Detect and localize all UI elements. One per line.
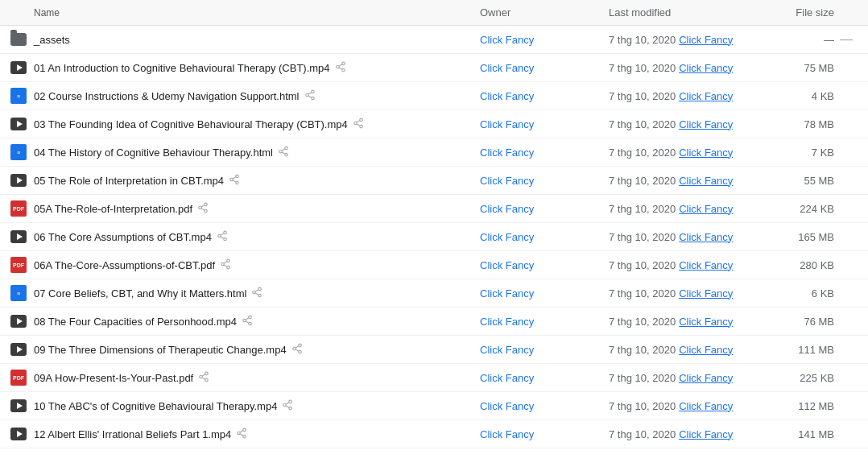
file-owner: Click Fancy bbox=[480, 400, 609, 412]
owner-link[interactable]: Click Fancy bbox=[480, 428, 534, 440]
share-icon[interactable] bbox=[229, 174, 240, 187]
file-name: _assets bbox=[34, 34, 480, 46]
svg-point-0 bbox=[341, 62, 345, 65]
owner-link[interactable]: Click Fancy bbox=[480, 231, 534, 243]
modified-date: 7 thg 10, 2020 bbox=[609, 90, 676, 102]
file-owner: Click Fancy bbox=[480, 90, 609, 102]
video-icon bbox=[10, 59, 27, 76]
share-icon[interactable] bbox=[282, 399, 293, 412]
share-icon[interactable] bbox=[236, 428, 247, 440]
table-row[interactable]: PDF 06A The-Core-Assumptions-of-CBT.pdf … bbox=[0, 251, 868, 279]
owner-link[interactable]: Click Fancy bbox=[480, 400, 534, 412]
table-row[interactable]: ≡ 07 Core Beliefs, CBT, and Why it Matte… bbox=[0, 279, 868, 308]
video-icon bbox=[10, 397, 27, 415]
modified-by-link[interactable]: Click Fancy bbox=[679, 259, 733, 271]
file-size-value: 280 KB bbox=[800, 259, 834, 271]
file-size-value: 55 MB bbox=[804, 175, 834, 187]
table-row[interactable]: 12 Albert Ellis' Irrational Beliefs Part… bbox=[0, 420, 868, 448]
svg-point-45 bbox=[249, 316, 252, 319]
modified-by-link[interactable]: Click Fancy bbox=[679, 62, 733, 74]
table-row[interactable]: 01 An Introduction to Cognitive Behaviou… bbox=[0, 54, 868, 82]
share-icon[interactable] bbox=[335, 61, 346, 74]
owner-link[interactable]: Click Fancy bbox=[480, 287, 534, 300]
modified-date: 7 thg 10, 2020 bbox=[609, 287, 676, 300]
file-name: 09A How-Present-Is-Your-Past.pdf bbox=[34, 371, 480, 384]
share-icon[interactable] bbox=[198, 371, 209, 384]
svg-point-51 bbox=[292, 347, 296, 350]
header-size: File size bbox=[770, 6, 834, 19]
table-row[interactable]: PDF 05A The-Role-of-Interpretation.pdf C… bbox=[0, 195, 868, 223]
share-icon[interactable] bbox=[197, 202, 209, 215]
owner-link[interactable]: Click Fancy bbox=[480, 259, 534, 271]
svg-line-68 bbox=[240, 434, 243, 436]
owner-link[interactable]: Click Fancy bbox=[480, 62, 534, 74]
svg-point-25 bbox=[205, 203, 208, 206]
file-name-text: 09 The Three Dimensions of Therapeutic C… bbox=[34, 344, 287, 356]
file-size-value: 165 MB bbox=[798, 231, 834, 243]
table-row[interactable]: 10 The ABC's of Cognitive Behavioural Th… bbox=[0, 392, 868, 420]
svg-point-55 bbox=[205, 372, 209, 375]
owner-link[interactable]: Click Fancy bbox=[480, 344, 534, 356]
table-row[interactable]: 08 The Four Capacities of Personhood.mp4… bbox=[0, 308, 868, 336]
file-modified: 7 thg 10, 2020 Click Fancy bbox=[609, 203, 770, 215]
share-icon[interactable] bbox=[242, 315, 253, 328]
modified-by-link[interactable]: Click Fancy bbox=[679, 231, 733, 243]
file-size: 6 KB bbox=[770, 287, 834, 300]
table-row[interactable]: _assets Click Fancy 7 thg 10, 2020 Click… bbox=[0, 26, 868, 54]
svg-point-35 bbox=[227, 259, 230, 262]
share-icon[interactable] bbox=[304, 89, 316, 102]
owner-link[interactable]: Click Fancy bbox=[480, 90, 534, 102]
share-icon[interactable] bbox=[278, 146, 289, 159]
share-icon[interactable] bbox=[353, 118, 364, 130]
modified-by-link[interactable]: Click Fancy bbox=[679, 90, 733, 102]
modified-by-link[interactable]: Click Fancy bbox=[679, 147, 733, 159]
modified-date: 7 thg 10, 2020 bbox=[609, 428, 676, 440]
owner-link[interactable]: Click Fancy bbox=[480, 316, 534, 328]
table-row[interactable]: 03 The Founding Idea of Cognitive Behavi… bbox=[0, 110, 868, 138]
modified-by-link[interactable]: Click Fancy bbox=[679, 372, 733, 384]
svg-line-64 bbox=[286, 403, 289, 404]
owner-link[interactable]: Click Fancy bbox=[480, 34, 534, 46]
file-name: 06A The-Core-Assumptions-of-CBT.pdf bbox=[34, 258, 480, 271]
file-rows: _assets Click Fancy 7 thg 10, 2020 Click… bbox=[0, 26, 868, 448]
svg-point-22 bbox=[236, 181, 239, 184]
svg-point-31 bbox=[218, 234, 221, 238]
owner-link[interactable]: Click Fancy bbox=[480, 175, 534, 187]
doc-icon: ≡ bbox=[10, 143, 27, 161]
svg-point-5 bbox=[311, 90, 314, 93]
file-size: 78 MB bbox=[770, 118, 834, 130]
share-icon[interactable] bbox=[291, 343, 303, 356]
svg-point-32 bbox=[224, 238, 227, 241]
table-row[interactable]: 06 The Core Assumptions of CBT.mp4 Click… bbox=[0, 223, 868, 251]
pdf-icon: PDF bbox=[10, 200, 27, 217]
table-row[interactable]: ≡ 02 Course Instructions & Udemy Navigat… bbox=[0, 82, 868, 110]
modified-by-link[interactable]: Click Fancy bbox=[679, 344, 733, 356]
modified-by-link[interactable]: Click Fancy bbox=[679, 34, 733, 46]
owner-link[interactable]: Click Fancy bbox=[480, 118, 534, 130]
share-icon[interactable] bbox=[220, 258, 231, 271]
modified-by-link[interactable]: Click Fancy bbox=[679, 203, 733, 215]
table-row[interactable]: ≡ 04 The History of Cognitive Behaviour … bbox=[0, 138, 868, 167]
svg-point-50 bbox=[298, 344, 301, 347]
modified-date: 7 thg 10, 2020 bbox=[609, 372, 676, 384]
share-icon[interactable] bbox=[251, 287, 262, 300]
table-row[interactable]: PDF 09A How-Present-Is-Your-Past.pdf Cli… bbox=[0, 364, 868, 392]
table-row[interactable]: 05 The Role of Interpretation in CBT.mp4… bbox=[0, 167, 868, 195]
file-actions[interactable]: — bbox=[834, 32, 858, 47]
share-icon[interactable] bbox=[217, 230, 228, 243]
modified-by-link[interactable]: Click Fancy bbox=[679, 316, 733, 328]
modified-by-link[interactable]: Click Fancy bbox=[679, 175, 733, 187]
file-list-container: Name Owner Last modified File size _asse… bbox=[0, 0, 868, 471]
file-name: 10 The ABC's of Cognitive Behavioural Th… bbox=[34, 399, 480, 412]
modified-by-link[interactable]: Click Fancy bbox=[679, 400, 733, 412]
modified-by-link[interactable]: Click Fancy bbox=[679, 287, 733, 300]
modified-by-link[interactable]: Click Fancy bbox=[679, 118, 733, 130]
table-row[interactable]: 09 The Three Dimensions of Therapeutic C… bbox=[0, 336, 868, 364]
owner-link[interactable]: Click Fancy bbox=[480, 147, 534, 159]
file-name: 08 The Four Capacities of Personhood.mp4 bbox=[34, 315, 480, 328]
owner-link[interactable]: Click Fancy bbox=[480, 372, 534, 384]
owner-link[interactable]: Click Fancy bbox=[480, 203, 534, 215]
file-owner: Click Fancy bbox=[480, 34, 609, 46]
file-owner: Click Fancy bbox=[480, 118, 609, 130]
modified-by-link[interactable]: Click Fancy bbox=[679, 428, 733, 440]
